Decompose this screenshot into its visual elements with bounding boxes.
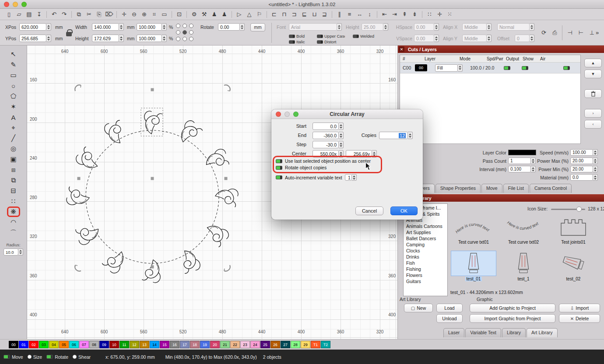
speed-input[interactable]: 100.00 — [570, 149, 593, 156]
show-toggle[interactable] — [522, 66, 528, 70]
height-pct-stepper[interactable] — [162, 35, 167, 42]
same-height-icon[interactable]: ↕ — [365, 10, 374, 19]
power-min-input[interactable]: 20.00 — [570, 166, 593, 172]
separator[interactable] — [422, 11, 422, 18]
library-category[interactable]: Fishing — [404, 266, 447, 272]
array-center-circle[interactable] — [86, 130, 219, 263]
palette-swatch[interactable]: 14 — [150, 341, 159, 348]
preview-icon[interactable]: ⊡ — [175, 10, 184, 19]
flourish-object[interactable] — [102, 118, 130, 147]
library-category[interactable]: Clocks — [404, 248, 447, 254]
node-edit-tool-icon[interactable]: ▣ — [7, 154, 20, 164]
rotate-handle[interactable] — [224, 265, 230, 271]
zoom-out-icon[interactable]: ⊖ — [130, 10, 139, 19]
center-y-stepper[interactable] — [372, 150, 377, 158]
dock-tab[interactable]: Variable Text — [465, 328, 501, 337]
flourish-object[interactable] — [101, 246, 128, 275]
ypos-stepper[interactable] — [46, 35, 51, 42]
offset-input[interactable]: 0 — [515, 35, 530, 42]
separator[interactable] — [116, 11, 117, 18]
library-item[interactable]: Test joints01 — [548, 214, 598, 251]
auto-increment-checkbox[interactable]: Auto-increment variable text 1 — [276, 174, 357, 181]
text-tool-icon[interactable]: A — [7, 112, 20, 122]
separator[interactable] — [172, 11, 172, 18]
layer-row[interactable]: C00 00 Fill 100.0 / 20.0 — [400, 63, 580, 74]
font-select[interactable]: Arial — [289, 23, 337, 31]
palette-swatch[interactable]: 20 — [210, 341, 220, 348]
palette-swatch[interactable]: 19 — [200, 341, 210, 348]
snap-grid-icon[interactable]: ∷ — [425, 10, 434, 19]
align-y-select[interactable]: Middle — [462, 35, 487, 42]
hspace-stepper[interactable] — [434, 23, 439, 31]
width-input[interactable]: 140.000 — [92, 23, 119, 31]
push-down-icon[interactable]: ⇟ — [410, 10, 419, 19]
library-category[interactable]: Ballet Dancers — [404, 235, 447, 242]
palette-swatch[interactable]: 03 — [39, 341, 49, 348]
palette-swatch[interactable]: 24 — [250, 341, 260, 348]
align-left-icon[interactable]: ⊏ — [270, 10, 279, 19]
settings-gear-icon[interactable]: ⚙ — [190, 10, 199, 19]
fit-view-icon[interactable]: ▭ — [160, 10, 169, 19]
palette-swatch[interactable]: 16 — [170, 341, 179, 348]
library-category[interactable]: Art Supplies — [404, 229, 447, 235]
distort-toggle[interactable]: Distort — [317, 39, 336, 44]
palette-swatch[interactable]: 25 — [260, 341, 270, 348]
distribute-v-icon[interactable]: ≡ — [345, 10, 354, 19]
separator[interactable] — [46, 11, 47, 18]
dome-shape-icon[interactable]: ◠ — [7, 217, 20, 228]
dock-tab[interactable]: Laser — [443, 328, 464, 337]
palette-swatch[interactable]: T2 — [321, 341, 330, 348]
palette-swatch[interactable]: 09 — [99, 341, 109, 348]
align-bottom-icon[interactable]: ⊒ — [320, 10, 329, 19]
anchor-point-grid[interactable] — [176, 24, 194, 42]
overflow-chevron-icon[interactable]: » — [593, 28, 602, 37]
palette-swatch[interactable]: 11 — [119, 341, 129, 348]
icon-size-slider[interactable] — [551, 209, 585, 210]
copy-icon[interactable]: ⧉ — [74, 10, 84, 19]
dock-tab[interactable]: Move — [481, 184, 502, 193]
move-to-tool-layer-button[interactable]: › — [584, 109, 602, 118]
measure-tool-icon[interactable]: ╱ — [7, 133, 20, 144]
library-category[interactable]: Camping — [404, 242, 447, 248]
add-graphic-to-project-button[interactable]: Add Graphic to Project — [470, 304, 555, 312]
lock-aspect-icon[interactable] — [66, 32, 72, 36]
bold-toggle[interactable]: Bold — [289, 34, 305, 38]
palette-swatch[interactable]: 21 — [220, 341, 230, 348]
dock-tab[interactable]: Library — [502, 328, 526, 337]
panel-right-icon[interactable]: ⊢ — [576, 28, 586, 37]
redo-icon[interactable]: ↷ — [60, 10, 69, 19]
palette-swatch[interactable]: 06 — [69, 341, 79, 348]
layer-mode-select[interactable]: Fill — [435, 64, 464, 72]
device-settings-icon[interactable]: ⚒ — [200, 10, 209, 19]
font-select-arrows[interactable] — [337, 23, 342, 31]
font-height-stepper[interactable] — [383, 23, 388, 31]
ellipse-tool-icon[interactable]: ○ — [7, 80, 20, 91]
push-right-icon[interactable]: ⇥ — [390, 10, 399, 19]
rotate-handle[interactable] — [224, 85, 230, 91]
run-icon[interactable]: ▷ — [235, 10, 244, 19]
palette-swatch[interactable]: 04 — [49, 341, 59, 348]
library-category[interactable]: Animals Cartoons — [404, 223, 447, 229]
vspace-input[interactable]: 0.00 — [414, 35, 434, 42]
palette-swatch[interactable]: 28 — [291, 341, 300, 348]
center-y-input[interactable]: 256.69y — [346, 150, 372, 158]
device-icon-1[interactable]: ♟ — [210, 10, 219, 19]
radius-input[interactable]: 10.0 — [4, 248, 18, 256]
palette-swatch[interactable]: 01 — [19, 341, 28, 348]
flourish-object[interactable] — [177, 119, 204, 147]
library-category[interactable]: Drinks — [404, 254, 447, 260]
upper-case-toggle[interactable]: Upper Case — [317, 34, 345, 38]
align-v-middle-icon[interactable]: ⊔ — [310, 10, 319, 19]
separator[interactable] — [71, 11, 72, 18]
move-layer-up-button[interactable]: ▲ — [584, 59, 602, 67]
boolean-union-icon[interactable]: ⧉ — [7, 175, 20, 186]
slider-knob[interactable] — [576, 206, 582, 212]
dock-tab[interactable]: Shape Properties — [435, 184, 481, 193]
star-tool-icon[interactable]: ✶ — [7, 102, 20, 112]
dock-tab[interactable]: Camera Control — [530, 184, 572, 193]
rotate-handle[interactable] — [75, 85, 81, 91]
snap-object-icon[interactable]: ✛ — [435, 10, 444, 19]
move-layer-down-button[interactable]: ▼ — [584, 70, 602, 78]
panel-left-icon[interactable]: ⊣ — [565, 28, 575, 37]
align-x-arrows[interactable] — [487, 23, 492, 31]
